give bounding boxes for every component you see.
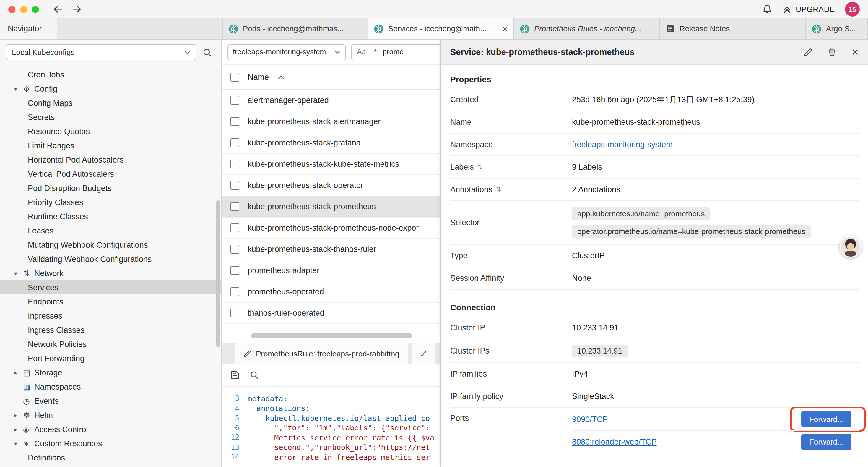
line-content: annotations: xyxy=(248,404,310,413)
row-checkbox[interactable] xyxy=(230,202,239,211)
table-row[interactable]: kube-prometheus-stack-operator xyxy=(222,175,440,196)
row-checkbox[interactable] xyxy=(230,138,239,147)
tab-close-icon[interactable]: × xyxy=(502,24,507,34)
sidebar-tree-item[interactable]: Network Policies xyxy=(0,337,221,351)
sidebar-tree-item[interactable]: ◷ Events xyxy=(0,394,221,408)
namespace-selector[interactable]: freeleaps-monitoring-system xyxy=(227,44,346,60)
sidebar-tree-item[interactable]: Leases xyxy=(0,224,221,238)
detail-label-text: Labels xyxy=(450,163,474,171)
table-row[interactable]: kube-prometheus-stack-alertmanager xyxy=(222,111,440,133)
table-row[interactable]: thanos-ruler-operated xyxy=(222,303,440,324)
sidebar-tree-item[interactable]: ▸ ◈ Access Control xyxy=(0,422,221,436)
sidebar-tree-item[interactable]: Config Maps xyxy=(0,96,221,110)
user-avatar[interactable] xyxy=(840,236,862,258)
match-case-toggle[interactable]: Aa xyxy=(357,48,366,56)
double-chevron-up-icon xyxy=(782,4,792,14)
detail-row: IP family policy SingleStack xyxy=(450,385,859,408)
row-checkbox[interactable] xyxy=(230,181,239,190)
save-button[interactable] xyxy=(230,371,239,380)
sidebar-tree-item[interactable]: Cron Jobs xyxy=(0,67,221,82)
app-tab[interactable]: Prometheus Rules - icecheng... xyxy=(514,18,660,39)
sidebar-tree-item[interactable]: Ingresses xyxy=(0,309,221,323)
editor-search-button[interactable] xyxy=(250,371,259,380)
sidebar-scrollbar-thumb[interactable] xyxy=(216,200,220,347)
row-checkbox[interactable] xyxy=(230,117,239,126)
forward-button[interactable]: Forward... xyxy=(802,434,851,450)
sidebar-tree-item[interactable]: Endpoints xyxy=(0,294,221,309)
row-checkbox[interactable] xyxy=(230,309,239,317)
close-window-button[interactable] xyxy=(8,6,16,13)
tree-item-label: Helm xyxy=(34,411,53,419)
sort-toggle-icon[interactable]: ⇅ xyxy=(477,163,483,171)
notification-count-badge[interactable]: 15 xyxy=(845,2,860,17)
app-tab[interactable]: Services - icecheng@math... × xyxy=(368,18,514,39)
tab-strip: Navigator Pods - icecheng@mathmas... Ser… xyxy=(0,18,868,39)
row-checkbox[interactable] xyxy=(230,224,239,232)
sidebar-tree-item[interactable]: Services xyxy=(0,280,221,294)
table-row[interactable]: prometheus-adapter xyxy=(222,260,440,282)
maximize-window-button[interactable] xyxy=(32,6,39,13)
select-all-checkbox[interactable] xyxy=(230,73,239,82)
table-row[interactable]: kube-prometheus-stack-thanos-ruler xyxy=(222,239,440,260)
table-row[interactable]: kube-prometheus-stack-prometheus-node-ex… xyxy=(222,217,440,239)
notifications-bell-icon[interactable] xyxy=(762,4,772,14)
sidebar-search-icon[interactable] xyxy=(203,48,212,57)
minimize-window-button[interactable] xyxy=(20,6,27,13)
sidebar-tree-item[interactable]: Validating Webhook Configurations xyxy=(0,252,221,266)
table-horizontal-scrollbar[interactable] xyxy=(227,333,434,338)
sidebar-tree-item[interactable]: Horizontal Pod Autoscalers xyxy=(0,152,221,167)
sidebar-tree-item[interactable]: Vertical Pod Autoscalers xyxy=(0,167,221,181)
sidebar-tree-item[interactable]: ▾ ∗ Custom Resources xyxy=(0,436,221,450)
close-drawer-icon[interactable]: × xyxy=(852,46,859,58)
app-tab[interactable]: Argo S... xyxy=(806,18,868,39)
sidebar-tree-item[interactable]: Runtime Classes xyxy=(0,209,221,224)
sidebar-tree-item[interactable]: Priority Classes xyxy=(0,195,221,209)
kubeconfig-selector[interactable]: Local Kubeconfigs xyxy=(6,44,196,60)
forward-button[interactable]: Forward... xyxy=(802,411,851,428)
port-link[interactable]: 9090/TCP xyxy=(572,415,608,424)
sidebar-tree-item[interactable]: Mutating Webhook Configurations xyxy=(0,238,221,252)
row-checkbox[interactable] xyxy=(230,245,239,254)
resource-search-input[interactable]: Aa .* prome xyxy=(351,44,441,60)
editor-tab[interactable]: PrometheusRule: freeleaps-prod-rabbitmq xyxy=(235,344,408,363)
sidebar-tree-item[interactable]: ▦ Namespaces xyxy=(0,380,221,394)
pencil-icon xyxy=(421,350,427,357)
row-checkbox[interactable] xyxy=(230,159,239,169)
editor-tab-partial[interactable] xyxy=(412,344,435,363)
sidebar-tree-item[interactable]: ▸ ▤ Storage xyxy=(0,365,221,380)
table-row[interactable]: kube-prometheus-stack-kube-state-metrics xyxy=(222,154,440,175)
upgrade-button[interactable]: UPGRADE xyxy=(782,4,835,14)
table-row[interactable]: prometheus-operated xyxy=(222,282,440,303)
sort-toggle-icon[interactable]: ⇅ xyxy=(496,185,501,193)
name-column-header[interactable]: Name xyxy=(248,73,269,82)
forward-nav-button[interactable] xyxy=(71,5,82,13)
port-link[interactable]: 8080:reloader-web/TCP xyxy=(572,437,657,446)
row-checkbox[interactable] xyxy=(230,266,239,275)
row-name: kube-prometheus-stack-kube-state-metrics xyxy=(248,159,399,169)
table-row[interactable]: kube-prometheus-stack-prometheus xyxy=(222,196,440,217)
detail-label-text: Type xyxy=(450,251,468,260)
sidebar-tree-item[interactable]: Secrets xyxy=(0,110,221,124)
sidebar-tree-item[interactable]: Limit Ranges xyxy=(0,138,221,152)
edit-button[interactable] xyxy=(804,48,813,56)
port-row: 8080:reloader-web/TCP Forward... xyxy=(572,430,859,453)
table-row[interactable]: kube-prometheus-stack-grafana xyxy=(222,133,440,154)
back-button[interactable] xyxy=(53,5,63,13)
table-row[interactable]: alertmanager-operated xyxy=(222,90,440,111)
row-checkbox[interactable] xyxy=(230,287,239,296)
scrollbar-thumb[interactable] xyxy=(251,333,412,338)
sidebar-tree-item[interactable]: Resource Quotas xyxy=(0,124,221,138)
regex-toggle[interactable]: .* xyxy=(372,48,377,56)
row-checkbox[interactable] xyxy=(230,96,239,105)
sidebar-tree-item[interactable]: ▾ ⇅ Network xyxy=(0,266,221,280)
sidebar-tree-item[interactable]: ▾ ⚙ Config xyxy=(0,82,221,96)
sidebar-tree-item[interactable]: Pod Disruption Budgets xyxy=(0,181,221,195)
sidebar-tree-item[interactable]: ▸ ☸ Helm xyxy=(0,408,221,422)
app-tab[interactable]: Pods - icecheng@mathmas... xyxy=(222,18,368,39)
app-tab[interactable]: Release Notes xyxy=(660,18,806,39)
delete-button[interactable] xyxy=(828,48,836,56)
namespace-link[interactable]: freeleaps-monitoring-system xyxy=(572,140,673,149)
sidebar-tree-item[interactable]: Ingress Classes xyxy=(0,323,221,337)
sidebar-tree-item[interactable]: Definitions xyxy=(0,450,221,465)
sidebar-tree-item[interactable]: Port Forwarding xyxy=(0,351,221,365)
